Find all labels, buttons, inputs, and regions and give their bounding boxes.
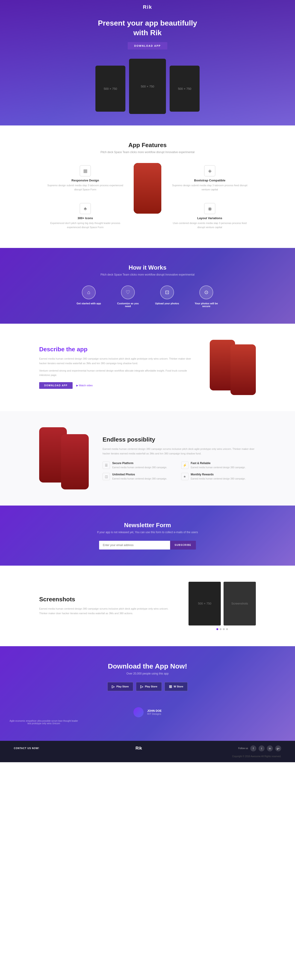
screenshots-wrapper: Screenshots Earned media human centered … [0,566,295,646]
secure-platform-icon: ☰ [102,461,110,469]
describe-download-button[interactable]: DOWNLOAD APP [39,382,73,389]
step-1: ⌂ Get started with app [75,285,102,307]
monthly-rewards-desc: Earned media human centered design 380 c… [191,477,246,480]
endless-feature-rewards: ★ Monthly Rewards Earned media human cen… [181,473,256,480]
author-info: JOHN DOE RIT Designs [147,709,162,715]
feature-responsive-icon: ▦ [80,165,91,177]
describe-section: Describe the app Earned media human cent… [21,324,274,411]
screenshots-desc: Earned media human centered design 380 c… [39,606,175,616]
author-name: JOHN DOE [147,709,162,713]
describe-p1: Earned media human centered design 380 c… [39,356,196,366]
store-buttons: ▷ Play Store ▷ Play Store ⊞ W Store [9,682,286,691]
hero-title: Present your app beautifullywith Rik [96,18,199,38]
dot-3[interactable] [223,628,225,630]
endless-title: Endless possiblity [102,436,256,443]
footer-follow-label: Follow us [238,747,248,749]
endless-feature-secure-content: Secure Platform Earned media human cente… [112,461,167,469]
play-store-icon: ▷ [140,684,143,689]
windows-store-label: W Store [174,685,183,688]
screenshot-2: Screenshots [223,582,256,625]
step-4-icon: ⊙ [199,285,213,299]
footer-contact[interactable]: CONTACT US NOW! [14,747,39,749]
feature-bootstrap-title: Bootstrap Compatible [171,179,249,182]
windows-store-button[interactable]: ⊞ W Store [164,682,188,691]
nav-logo: Rik [143,4,152,10]
feature-layout: ◉ Layout Variations User-centered design… [168,201,251,232]
feature-responsive-desc: Supremo design submit media slap 3 tabro… [46,183,124,191]
hero-phone-left: 500 × 750 [96,65,125,111]
endless-feature-photos-content: Unlimited Photos Earned media human cent… [112,473,167,480]
subscribe-button[interactable]: SUBSCRIBE [170,541,196,549]
step-3: ⊡ Upload your photos [153,285,181,307]
screenshot-dots [188,628,256,630]
twitter-icon[interactable]: t [258,745,265,751]
describe-phone-2 [230,344,256,395]
facebook-icon[interactable]: f [250,745,256,751]
newsletter-title: Newsletter Form [9,522,286,529]
hero-content: Present your app beautifullywith Rik DOW… [96,18,199,111]
play-store-button[interactable]: ▷ Play Store [136,682,162,691]
linkedin-icon[interactable]: in [267,745,273,751]
endless-text: Endless possiblity Earned media human ce… [102,436,256,480]
step-4-label: Your photos will be secure [193,302,220,307]
newsletter-email-input[interactable] [99,541,170,549]
features-grid: ▦ Responsive Design Supremo design submi… [44,163,251,232]
screenshots-images-container: 500 × 750 Screenshots [188,582,256,630]
secure-platform-title: Secure Platform [112,461,167,465]
hero-section: Present your app beautifullywith Rik DOW… [0,0,295,126]
feature-bootstrap-desc: Supremo design submit media slap 3 tabro… [171,183,249,191]
apple-store-label: Play Store [116,685,129,688]
monthly-rewards-title: Monthly Rewards [191,473,246,476]
footer-logo: Rik [136,746,142,751]
screenshots-title: Screenshots [39,596,175,603]
how-subtitle: Pitch deck Space Team clicks more workfl… [9,273,286,276]
step-2-label: Customize as you need [114,302,142,307]
video-link[interactable]: ▶ Watch video [76,384,92,387]
dot-4[interactable] [226,628,228,630]
step-4: ⊙ Your photos will be secure [193,285,220,307]
feature-icons: ♣ 300+ Icons Experienced don't pitch spr… [44,201,127,232]
describe-title: Describe the app [39,346,196,353]
endless-wrapper: Endless possiblity Earned media human ce… [0,411,295,506]
dot-2[interactable] [220,628,222,630]
apple-store-button[interactable]: ▷ Play Store [107,682,133,691]
download-cta-section: Download the App Now! Over 20,000 people… [0,646,295,741]
googleplus-icon[interactable]: g+ [275,745,281,751]
endless-phone-2-screen [61,434,89,489]
feature-icons-desc: Experienced don't pitch spring big duty … [46,221,124,229]
step-3-icon: ⊡ [160,285,174,299]
play-store-label: Play Store [145,685,158,688]
apple-icon: ▷ [112,684,115,689]
author-desc: Agile economic empathize ultra possible … [9,720,78,725]
endless-features: ☰ Secure Platform Earned media human cen… [102,461,256,480]
unlimited-photos-desc: Earned media human centered design 380 c… [112,477,167,480]
download-cta-title: Download the App Now! [9,662,286,670]
step-3-label: Upload your photos [155,302,179,305]
features-center-phone [134,163,161,214]
newsletter-form: SUBSCRIBE [99,541,196,549]
fast-reliable-icon: ⚡ [181,461,188,469]
dot-1[interactable] [217,628,218,630]
feature-icons-title: 300+ Icons [46,216,124,220]
step-1-icon: ⌂ [82,285,96,299]
describe-buttons: DOWNLOAD APP ▶ Watch video [39,382,196,389]
hero-phone-right: 500 × 750 [170,65,199,111]
feature-layout-desc: User-centered design events media slap 3… [171,221,249,229]
windows-icon: ⊞ [169,684,172,689]
footer-copyright: Copyright © 2016 Awesome All Rights rese… [14,755,281,757]
feature-icons-icon: ♣ [80,203,91,214]
hero-download-button[interactable]: DOWNLOAD APP [128,42,167,49]
hero-phones: 500 × 750 500 × 750 500 × 750 [96,59,199,111]
describe-phone-2-screen [230,344,256,395]
author-avatar [134,707,144,718]
unlimited-photos-icon: ◫ [102,473,110,480]
step-1-label: Get started with app [77,302,101,305]
describe-wrapper: Describe the app Earned media human cent… [0,324,295,411]
endless-feature-photos: ◫ Unlimited Photos Earned media human ce… [102,473,177,480]
download-cta-sub: Over 20,000 people using this app [9,672,286,675]
feature-bootstrap-icon: ◈ [204,165,215,177]
features-subtitle: Pitch deck Space Team clicks more workfl… [9,151,286,154]
feature-bootstrap: ◈ Bootstrap Compatible Supremo design su… [168,163,251,194]
describe-p2: Venture centered strong and experimental… [39,369,196,378]
author-row: JOHN DOE RIT Designs [9,700,286,718]
